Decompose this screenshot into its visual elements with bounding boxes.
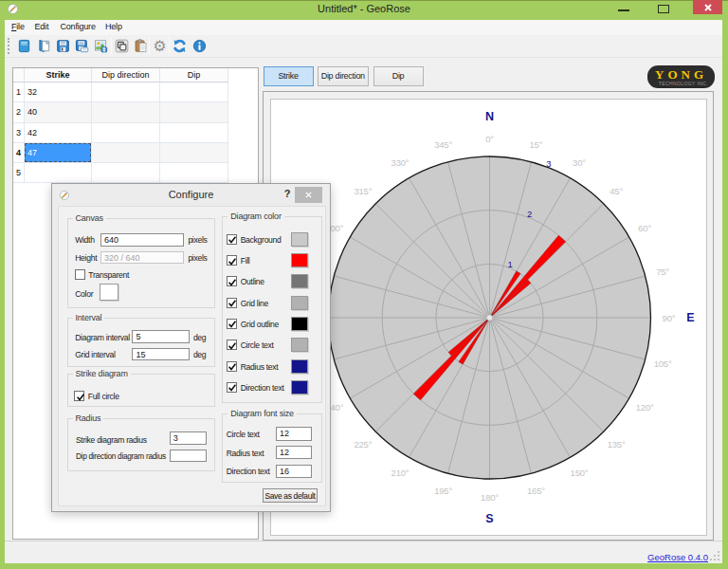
cell-2-dip[interactable] xyxy=(160,102,228,122)
column-header-dip-direction[interactable]: Dip direction xyxy=(92,68,160,83)
table-row: 240 xyxy=(13,102,258,122)
color-swatch-background[interactable] xyxy=(291,232,308,247)
color-swatch-grid-outline[interactable] xyxy=(291,317,308,331)
cell-1-strike[interactable]: 32 xyxy=(25,83,92,102)
menu-help[interactable]: Help xyxy=(105,22,122,31)
dialog-body: CanvasWidth640pixelsHeight320 / 640pixel… xyxy=(58,206,326,506)
yong-logo: YONG TECHNOLOGY INC. xyxy=(647,65,715,88)
cell-3-dip_direction[interactable] xyxy=(92,123,160,143)
column-header-strike[interactable]: Strike xyxy=(25,68,92,83)
radius-label-3: 3 xyxy=(546,158,551,169)
refresh-icon[interactable] xyxy=(173,39,187,53)
font-size-input-direction-text[interactable]: 16 xyxy=(276,465,312,478)
save-as-icon[interactable] xyxy=(75,39,89,53)
paste-icon[interactable] xyxy=(134,39,148,53)
color-swatch-radius-text[interactable] xyxy=(291,359,308,374)
strike-radius-input[interactable]: 3 xyxy=(170,431,207,445)
row-header-1[interactable]: 1 xyxy=(13,83,25,102)
angle-label-15: 15° xyxy=(530,139,543,150)
dip-radius-input[interactable] xyxy=(170,450,207,462)
color-checkbox-fill[interactable] xyxy=(227,255,237,266)
radius-label-1: 1 xyxy=(508,259,513,269)
group-title-diagram-color: Diagram color xyxy=(228,211,283,221)
cell-4-dip[interactable] xyxy=(160,143,228,163)
color-swatch-grid-line[interactable] xyxy=(291,296,308,310)
column-header-dip[interactable]: Dip xyxy=(160,68,228,83)
angle-label-165: 165° xyxy=(527,486,545,496)
color-checkbox-circle-text[interactable] xyxy=(227,340,237,350)
angle-label-345: 345° xyxy=(434,139,452,150)
cell-4-dip_direction[interactable] xyxy=(92,143,160,163)
cell-5-strike[interactable] xyxy=(25,163,92,183)
about-icon[interactable] xyxy=(192,39,207,53)
color-checkbox-outline[interactable] xyxy=(227,276,237,286)
georose-version-link[interactable]: GeoRose 0.4.0 xyxy=(647,552,708,562)
diagram-interval-input[interactable]: 5 xyxy=(132,330,190,343)
rose-diagram-canvas[interactable]: 0°15°30°45°60°75°90°105°120°135°150°165°… xyxy=(270,99,707,536)
canvas-color-swatch[interactable] xyxy=(100,284,118,301)
cell-3-dip[interactable] xyxy=(160,123,228,143)
diagram-tab-dip[interactable]: Dip xyxy=(373,66,424,86)
cell-2-strike[interactable]: 40 xyxy=(25,102,92,122)
color-checkbox-grid-line[interactable] xyxy=(227,298,237,308)
configure-dialog: Configure ? CanvasWidth640pixelsHeight32… xyxy=(51,183,331,512)
color-checkbox-background[interactable] xyxy=(227,234,237,245)
radius-label-2: 2 xyxy=(527,209,532,219)
copy-icon[interactable] xyxy=(115,39,129,53)
full-circle-label: Full circle xyxy=(88,392,119,401)
close-button[interactable] xyxy=(693,0,722,14)
canvas-width-input[interactable]: 640 xyxy=(100,233,184,247)
new-document-icon[interactable] xyxy=(17,39,31,53)
menu-file[interactable]: File xyxy=(11,22,25,31)
full-circle-checkbox[interactable] xyxy=(74,391,84,401)
dialog-close-button[interactable] xyxy=(295,187,322,203)
menu-configure[interactable]: Configure xyxy=(61,22,96,31)
cell-1-dip[interactable] xyxy=(160,83,228,102)
open-document-icon[interactable] xyxy=(37,39,51,53)
row-header-3[interactable]: 3 xyxy=(13,123,25,143)
color-checkbox-direction-text[interactable] xyxy=(227,382,237,393)
cell-1-dip_direction[interactable] xyxy=(92,83,160,102)
diagram-tab-strike[interactable]: Strike xyxy=(264,66,314,86)
toolbar xyxy=(5,35,722,58)
dialog-help-button[interactable]: ? xyxy=(281,188,294,202)
color-swatch-circle-text[interactable] xyxy=(291,338,308,352)
settings-icon[interactable] xyxy=(153,39,167,53)
canvas-height-label: Height xyxy=(75,253,97,263)
color-swatch-fill[interactable] xyxy=(291,253,308,267)
grid-interval-input[interactable]: 15 xyxy=(132,348,190,360)
row-header-5[interactable]: 5 xyxy=(13,163,25,183)
row-header-4[interactable]: 4 xyxy=(13,143,25,163)
strike-radius-label: Strike diagram radius xyxy=(76,435,147,445)
color-checkbox-grid-outline[interactable] xyxy=(227,319,237,329)
cell-5-dip_direction[interactable] xyxy=(92,163,160,183)
angle-label-45: 45° xyxy=(610,186,623,196)
cell-3-strike[interactable]: 42 xyxy=(25,123,92,143)
canvas-height-input[interactable]: 320 / 640 xyxy=(100,251,184,265)
color-swatch-outline[interactable] xyxy=(291,274,308,288)
cell-5-dip[interactable] xyxy=(160,163,228,183)
table-corner-header[interactable] xyxy=(13,68,25,83)
canvas-transparent-checkbox[interactable] xyxy=(75,269,85,280)
diagram-tab-dip-direction[interactable]: Dip direction xyxy=(318,66,369,86)
minimize-button[interactable] xyxy=(618,9,629,11)
font-size-input-radius-text[interactable]: 12 xyxy=(276,446,312,459)
export-image-icon[interactable] xyxy=(94,39,108,53)
save-as-default-button[interactable]: Save as default xyxy=(263,488,318,503)
row-header-2[interactable]: 2 xyxy=(13,102,25,122)
cell-2-dip_direction[interactable] xyxy=(92,102,160,122)
title-bar[interactable]: Untitled* - GeoRose xyxy=(0,0,728,20)
color-label-circle-text: Circle text xyxy=(241,340,274,350)
angle-label-90: 90° xyxy=(663,313,676,323)
maximize-button[interactable] xyxy=(658,5,669,13)
color-swatch-direction-text[interactable] xyxy=(291,380,308,395)
angle-label-75: 75° xyxy=(656,266,669,277)
save-icon[interactable] xyxy=(56,39,70,53)
toolbar-drag-handle[interactable] xyxy=(8,38,10,54)
menu-edit[interactable]: Edit xyxy=(35,22,49,31)
cell-4-strike[interactable]: 47 xyxy=(25,143,92,163)
font-size-input-circle-text[interactable]: 12 xyxy=(276,427,312,440)
group-title-font-size: Diagram font size xyxy=(228,409,297,418)
color-checkbox-radius-text[interactable] xyxy=(227,361,237,372)
yong-logo-subtitle: TECHNOLOGY INC. xyxy=(659,81,708,86)
